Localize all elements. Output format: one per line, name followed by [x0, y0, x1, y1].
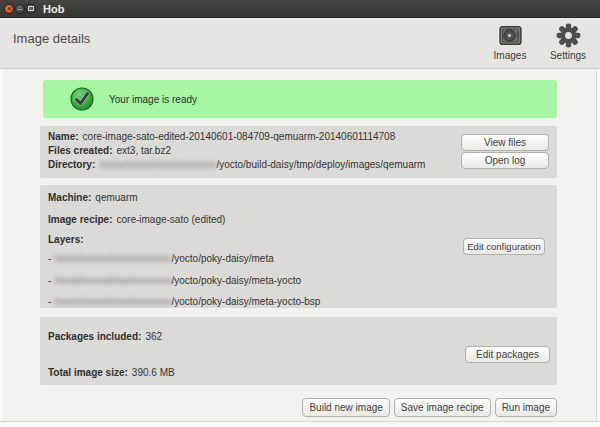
- settings-label: Settings: [550, 50, 586, 61]
- success-banner: Your image is ready: [43, 80, 557, 118]
- window-left-edge: [0, 69, 2, 421]
- maximize-button[interactable]: [26, 4, 36, 14]
- window-bottom-edge: [0, 422, 600, 427]
- build-new-image-button[interactable]: Build new image: [302, 398, 389, 417]
- page-title: Image details: [13, 31, 90, 46]
- machine-label: Machine:: [48, 192, 91, 203]
- name-line: Name:core-image-sato-edited-20140601-084…: [48, 131, 395, 142]
- layer-path-redacted: /xxxxx/xxxxxx/xxxx/xxxxxxxxx: [54, 253, 171, 264]
- name-value: core-image-sato-edited-20140601-084709-q…: [83, 131, 396, 142]
- layer-path: /yocto/poky-daisy/meta: [171, 253, 273, 264]
- open-log-button[interactable]: Open log: [461, 152, 549, 169]
- machine-value: qemuarm: [95, 192, 137, 203]
- disk-images-icon: [497, 22, 524, 49]
- directory-label: Directory:: [48, 159, 95, 170]
- packages-included-value: 362: [145, 331, 162, 342]
- hob-window: × – Hob Image details Images: [0, 0, 600, 427]
- banner-text: Your image is ready: [109, 94, 197, 105]
- minimize-button[interactable]: –: [15, 4, 25, 14]
- close-button[interactable]: ×: [4, 4, 14, 14]
- view-files-button[interactable]: View files: [461, 134, 549, 151]
- images-label: Images: [494, 50, 527, 61]
- footer-buttons: Build new image Save image recipe Run im…: [302, 398, 557, 417]
- edit-packages-button[interactable]: Edit packages: [465, 346, 550, 363]
- maximize-icon: [28, 6, 34, 11]
- packages-included-line: Packages included:362: [48, 331, 162, 342]
- image-recipe-line: Image recipe:core-image-sato (edited): [48, 214, 225, 225]
- settings-button[interactable]: Settings: [546, 22, 590, 61]
- files-created-value: ext3, tar.bz2: [116, 145, 170, 156]
- total-image-size-label: Total image size:: [48, 367, 128, 378]
- window-title: Hob: [43, 3, 64, 15]
- total-image-size-value: 390.6 MB: [132, 367, 175, 378]
- window-right-edge: [596, 69, 600, 421]
- directory-value: /yocto/build-daisy/tmp/deploy/images/qem…: [216, 159, 425, 170]
- image-recipe-label: Image recipe:: [48, 214, 112, 225]
- layer-path: /yocto/poky-daisy/meta-yocto-bsp: [171, 296, 320, 307]
- layer-item: -/xxxxx/xxxxxx/xxxx/xxxxxxxxx/yocto/poky…: [48, 253, 274, 264]
- layer-item: -/xxxxx/xxxxxx/xxxx/xxxxxxxxx/yocto/poky…: [48, 296, 320, 307]
- directory-line: Directory:/xxxxx/xxxxxx/xxxx/xxxxxxxxx/y…: [48, 159, 425, 170]
- layers-label: Layers:: [48, 234, 84, 245]
- name-label: Name:: [48, 131, 79, 142]
- titlebar: × – Hob: [0, 0, 600, 18]
- header: Image details Images: [0, 18, 600, 69]
- total-image-size-line: Total image size:390.6 MB: [48, 367, 175, 378]
- layer-path-redacted: /xxxxx/xxxxxx/xxxx/xxxxxxxxx: [54, 275, 171, 286]
- images-button[interactable]: Images: [488, 22, 532, 61]
- packages-included-label: Packages included:: [48, 331, 141, 342]
- gear-icon: [555, 22, 582, 49]
- save-image-recipe-button[interactable]: Save image recipe: [394, 398, 491, 417]
- success-check-icon: [70, 87, 94, 111]
- layer-path-redacted: /xxxxx/xxxxxx/xxxx/xxxxxxxxx: [54, 296, 171, 307]
- layer-path: /yocto/poky-daisy/meta-yocto: [171, 275, 301, 286]
- files-created-line: Files created:ext3, tar.bz2: [48, 145, 171, 156]
- directory-redacted: /xxxxx/xxxxxx/xxxx/xxxxxxxxx: [99, 159, 216, 170]
- image-recipe-value: core-image-sato (edited): [116, 214, 225, 225]
- layer-item: -/xxxxx/xxxxxx/xxxx/xxxxxxxxx/yocto/poky…: [48, 275, 301, 286]
- files-created-label: Files created:: [48, 145, 112, 156]
- header-actions: Images Settings: [488, 22, 590, 61]
- machine-line: Machine:qemuarm: [48, 192, 138, 203]
- edit-configuration-button[interactable]: Edit configuration: [463, 238, 545, 255]
- run-image-button[interactable]: Run image: [495, 398, 557, 417]
- layers-label-line: Layers:: [48, 234, 88, 245]
